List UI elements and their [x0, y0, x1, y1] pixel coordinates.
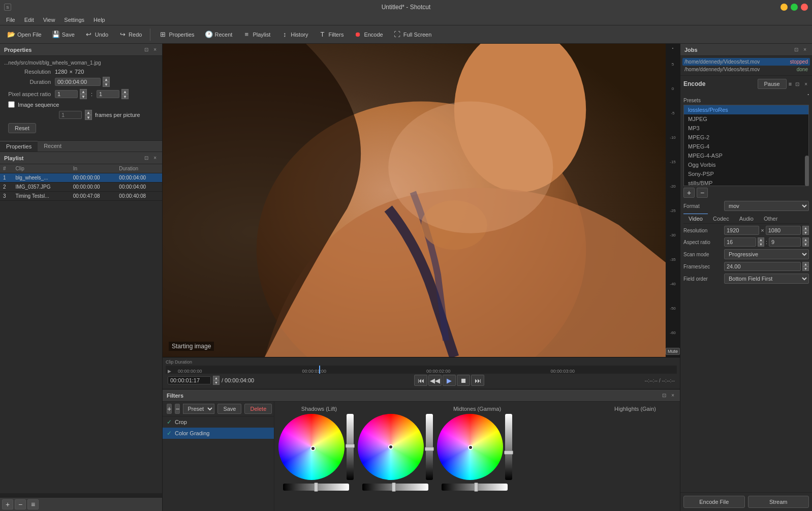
time-down[interactable]: ▼ [213, 380, 220, 385]
playlist-scrollbar[interactable] [0, 493, 162, 497]
undo-button[interactable]: ↩ Undo [81, 29, 112, 40]
duration-input[interactable] [55, 78, 101, 86]
menu-view[interactable]: View [39, 16, 59, 24]
list-item[interactable]: MPEG-2 [684, 133, 808, 142]
preset-remove-btn[interactable]: − [697, 188, 708, 198]
redo-button[interactable]: ↪ Redo [114, 29, 146, 40]
save-button[interactable]: 💾 Save [48, 29, 79, 40]
image-sequence-checkbox[interactable] [8, 101, 15, 108]
filter-item-color-grading[interactable]: ✓ Color Grading [163, 428, 274, 439]
filter-delete-btn[interactable]: Delete [244, 404, 272, 414]
pa2-down[interactable]: ▼ [121, 94, 129, 99]
list-item[interactable]: stills/BMP [684, 178, 808, 186]
filter-item-crop[interactable]: ✓ Crop [163, 416, 274, 428]
encode-button[interactable]: ⏺ Encode [350, 29, 387, 40]
menu-help[interactable]: Help [89, 16, 109, 24]
close-button[interactable] [801, 4, 808, 11]
pixel-aspect-1-input[interactable] [55, 90, 78, 98]
playlist-float-btn[interactable]: ⊡ [143, 155, 150, 161]
open-file-button[interactable]: 📂 Open File [3, 29, 46, 40]
filters-button[interactable]: T Filters [314, 29, 348, 40]
scan-select[interactable]: Progressive [724, 249, 809, 259]
aspect-h-up[interactable]: ▲ [802, 237, 809, 242]
encode-close-btn[interactable]: × [803, 81, 809, 87]
encode-file-button[interactable]: Encode File [683, 496, 745, 508]
aspect-h-input[interactable] [769, 237, 801, 247]
playlist-add-btn[interactable]: + [2, 499, 13, 509]
tab-recent[interactable]: Recent [38, 141, 68, 152]
filter-preset-select[interactable]: Preset [183, 404, 214, 414]
etab-audio[interactable]: Audio [734, 214, 759, 223]
encode-float-btn[interactable]: ⊡ [794, 81, 801, 87]
current-time-input[interactable] [168, 376, 211, 384]
next-frame-btn[interactable]: ⏭ [471, 375, 484, 386]
playlist-menu-btn[interactable]: ≡ [27, 499, 39, 509]
menu-file[interactable]: File [2, 16, 19, 24]
properties-float-button[interactable]: ⊡ [143, 46, 150, 53]
job-item[interactable]: /home/ddennedy/Videos/test.movdone [682, 66, 810, 73]
stream-button[interactable]: Stream [748, 496, 809, 508]
history-button[interactable]: ↕ History [276, 29, 312, 40]
timeline-ruler[interactable]: ▶ 00:00:00:00 00:00:01:00 00:00:02:00 00… [166, 366, 677, 374]
highlights-wheel[interactable] [437, 414, 503, 480]
list-item[interactable]: Sony-PSP [684, 169, 808, 178]
etab-codec[interactable]: Codec [708, 214, 734, 223]
midtones-hslider[interactable] [362, 484, 428, 491]
prev-frame-btn[interactable]: ⏮ [414, 375, 427, 386]
reset-button[interactable]: Reset [8, 123, 36, 133]
format-select[interactable]: mov [724, 201, 809, 211]
recent-button[interactable]: 🕐 Recent [201, 29, 237, 40]
table-row[interactable]: 2IMG_0357.JPG00:00:00:0000:00:04:00 [0, 183, 162, 192]
maximize-button[interactable] [791, 4, 798, 11]
fps-input[interactable] [724, 262, 801, 271]
aspect-w-down[interactable]: ▼ [758, 242, 764, 247]
highlights-hslider[interactable] [442, 484, 508, 491]
presets-scrollbar[interactable] [805, 156, 809, 186]
time-up[interactable]: ▲ [213, 376, 220, 380]
jobs-close-btn[interactable]: × [802, 46, 808, 53]
job-item[interactable]: /home/ddennedy/Videos/test.movstopped [682, 58, 810, 66]
playhead[interactable] [319, 366, 320, 374]
table-row[interactable]: 1blg_wheels_...00:00:00:0000:00:04:00 [0, 173, 162, 183]
minimize-button[interactable] [780, 4, 788, 11]
filters-close-btn[interactable]: × [670, 392, 676, 399]
fps-down[interactable]: ▼ [802, 266, 809, 271]
list-item[interactable]: Ogg Vorbis [684, 160, 808, 169]
list-item[interactable]: lossless/ProRes [684, 105, 808, 114]
midtones-vslider[interactable] [426, 414, 433, 480]
duration-up[interactable]: ▲ [103, 77, 110, 82]
tab-properties[interactable]: Properties [0, 141, 38, 152]
pa1-down[interactable]: ▼ [80, 94, 87, 99]
pixel-aspect-2-input[interactable] [97, 90, 119, 98]
playlist-button[interactable]: ≡ Playlist [238, 29, 274, 40]
encode-menu-icon[interactable]: ≡ [789, 81, 792, 87]
duration-down[interactable]: ▼ [103, 82, 110, 87]
table-row[interactable]: 3Timing Testsl...00:00:47:0800:00:40:08 [0, 192, 162, 201]
res-w-input[interactable] [724, 226, 759, 235]
repeat-down[interactable]: ▼ [85, 115, 92, 120]
aspect-w-input[interactable] [724, 237, 756, 247]
aspect-w-up[interactable]: ▲ [758, 237, 764, 242]
res-h-input[interactable] [766, 226, 801, 235]
list-item[interactable]: MP3 [684, 124, 808, 133]
filter-add-btn[interactable]: + [167, 404, 172, 414]
mute-button[interactable]: Mute [666, 348, 680, 355]
fullscreen-button[interactable]: ⛶ Full Screen [389, 29, 436, 40]
filter-save-btn[interactable]: Save [217, 404, 241, 414]
menu-settings[interactable]: Settings [60, 16, 88, 24]
list-item[interactable]: MPEG-4 [684, 142, 808, 151]
res-up[interactable]: ▲ [802, 226, 809, 230]
pa2-up[interactable]: ▲ [121, 89, 129, 94]
jobs-float-btn[interactable]: ⊡ [793, 46, 800, 53]
filter-remove-btn[interactable]: − [175, 404, 180, 414]
pause-button[interactable]: Pause [758, 79, 787, 89]
shadows-wheel[interactable] [278, 414, 345, 480]
etab-other[interactable]: Other [759, 214, 783, 223]
highlights-vslider[interactable] [505, 414, 512, 480]
shadows-vslider[interactable] [347, 414, 354, 480]
shadows-hslider[interactable] [283, 484, 349, 491]
menu-edit[interactable]: Edit [20, 16, 38, 24]
pa1-up[interactable]: ▲ [80, 89, 87, 94]
midtones-wheel[interactable] [358, 414, 424, 480]
playlist-remove-btn[interactable]: − [15, 499, 26, 509]
